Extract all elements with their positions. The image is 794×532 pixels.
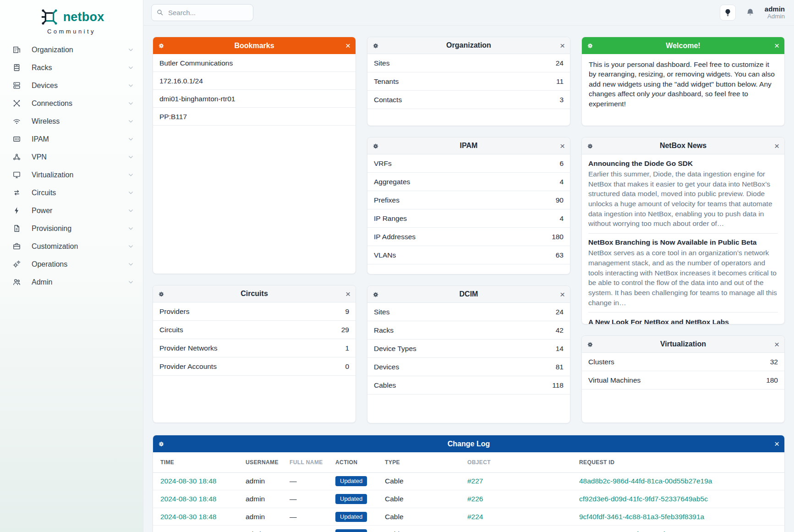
- request-id-link[interactable]: 7c3c4c3c-ccc9-47f2-9046-f09201c007c2: [579, 530, 777, 532]
- user-menu[interactable]: admin Admin: [765, 5, 785, 20]
- sidebar-item-admin[interactable]: Admin: [0, 273, 143, 291]
- sidebar-item-customization[interactable]: Customization: [0, 237, 143, 255]
- widget-close-button[interactable]: ×: [774, 137, 779, 154]
- widget-config-button[interactable]: [372, 286, 379, 303]
- stat-value[interactable]: 24: [556, 59, 564, 67]
- stat-value[interactable]: 9: [345, 307, 349, 316]
- bookmark-item[interactable]: 172.16.0.1/24: [153, 72, 356, 90]
- stat-label[interactable]: VLANs: [374, 251, 396, 259]
- widget-close-button[interactable]: ×: [774, 37, 779, 54]
- widget-close-button[interactable]: ×: [345, 37, 350, 54]
- stat-label[interactable]: Contacts: [374, 96, 402, 104]
- search-input[interactable]: [151, 4, 253, 21]
- sidebar-item-circuits[interactable]: Circuits: [0, 184, 143, 202]
- stat-label[interactable]: IP Ranges: [374, 214, 407, 223]
- widget-close-button[interactable]: ×: [560, 137, 565, 154]
- sidebar-item-racks[interactable]: Racks: [0, 59, 143, 77]
- netbox-logo-icon: [39, 6, 60, 27]
- widget-close-button[interactable]: ×: [774, 435, 779, 452]
- sidebar-item-devices[interactable]: Devices: [0, 77, 143, 94]
- change-object-link[interactable]: #227: [467, 477, 579, 485]
- widget-config-button[interactable]: [587, 37, 593, 54]
- stat-label[interactable]: Provider Accounts: [159, 362, 217, 371]
- widget-config-button[interactable]: [158, 37, 164, 54]
- stat-label[interactable]: Device Types: [374, 345, 416, 353]
- stat-value[interactable]: 29: [341, 326, 349, 334]
- sidebar-item-ipam[interactable]: IPAM: [0, 130, 143, 148]
- stat-value[interactable]: 180: [552, 233, 564, 241]
- stat-value[interactable]: 11: [556, 77, 564, 86]
- change-time-link[interactable]: 2024-08-30 18:48: [160, 477, 246, 485]
- change-time-link[interactable]: 2024-08-30 18:48: [160, 513, 246, 521]
- change-object-link[interactable]: #224: [467, 513, 579, 521]
- widget-config-button[interactable]: [158, 435, 164, 452]
- request-id-link[interactable]: 48ad8b2c-986d-44fd-81ca-00d55b27e19a: [579, 477, 777, 485]
- stat-value[interactable]: 118: [552, 381, 564, 389]
- netbox-logo[interactable]: netbox Community: [0, 5, 143, 35]
- change-object-link[interactable]: #226: [467, 495, 579, 503]
- stat-label[interactable]: Aggregates: [374, 178, 410, 186]
- stat-label[interactable]: IP Addresses: [374, 233, 416, 241]
- sidebar-item-virtualization[interactable]: Virtualization: [0, 166, 143, 184]
- stat-value[interactable]: 1: [345, 344, 349, 352]
- sidebar-item-vpn[interactable]: VPN: [0, 148, 143, 166]
- stat-label[interactable]: Providers: [159, 307, 189, 316]
- stat-label[interactable]: Racks: [374, 326, 394, 335]
- stat-value[interactable]: 6: [559, 159, 564, 168]
- change-time-link[interactable]: 2024-08-30 18:48: [160, 495, 246, 503]
- widget-config-button[interactable]: [372, 37, 379, 54]
- stat-label[interactable]: Cables: [374, 381, 396, 389]
- stat-row: IP Ranges4: [367, 209, 570, 228]
- stat-value[interactable]: 180: [766, 376, 778, 384]
- sidebar-item-connections[interactable]: Connections: [0, 94, 143, 112]
- widget-close-button[interactable]: ×: [560, 37, 565, 54]
- notifications-button[interactable]: [745, 8, 755, 17]
- widget-config-button[interactable]: [587, 336, 593, 353]
- request-id-link[interactable]: cf92d3e6-d09d-41fc-9fd7-52337649ab5c: [579, 495, 777, 503]
- news-headline[interactable]: NetBox Branching is Now Available in Pub…: [588, 238, 778, 247]
- stat-label[interactable]: Clusters: [588, 358, 614, 366]
- stat-label[interactable]: Prefixes: [374, 196, 400, 204]
- stat-label[interactable]: Tenants: [374, 77, 399, 86]
- news-headline[interactable]: A New Look For NetBox and NetBox Labs: [588, 317, 778, 324]
- sidebar-item-organization[interactable]: Organization: [0, 41, 143, 59]
- stat-label[interactable]: Sites: [374, 308, 389, 316]
- bookmark-item[interactable]: PP:B117: [153, 108, 356, 126]
- change-time-link[interactable]: 2024-08-30 18:47: [160, 530, 246, 532]
- stat-label[interactable]: Virtual Machines: [588, 376, 641, 384]
- stat-label[interactable]: Devices: [374, 363, 399, 371]
- widget-config-button[interactable]: [587, 137, 593, 154]
- sidebar-item-operations[interactable]: Operations: [0, 255, 143, 273]
- stat-value[interactable]: 42: [556, 326, 564, 335]
- request-id-link[interactable]: 9cf40fdf-3461-4c88-81a3-5feb39f8391a: [579, 513, 777, 521]
- sidebar-item-wireless[interactable]: Wireless: [0, 112, 143, 130]
- widget-close-button[interactable]: ×: [774, 336, 779, 353]
- widget-config-button[interactable]: [158, 285, 164, 302]
- stat-value[interactable]: 24: [556, 308, 564, 316]
- stat-value[interactable]: 0: [345, 362, 349, 371]
- stat-value[interactable]: 4: [559, 178, 564, 186]
- theme-toggle-button[interactable]: [720, 5, 736, 21]
- stat-value[interactable]: 32: [770, 358, 778, 366]
- widget-config-button[interactable]: [372, 137, 379, 154]
- circuits-widget: Circuits × Providers9 Circuits29 Provide…: [153, 285, 356, 423]
- stat-row: Provider Networks1: [153, 339, 356, 357]
- stat-value[interactable]: 90: [556, 196, 564, 204]
- sidebar-item-power[interactable]: Power: [0, 202, 143, 219]
- bookmark-item[interactable]: dmi01-binghamton-rtr01: [153, 90, 356, 108]
- news-headline[interactable]: Announcing the Diode Go SDK: [588, 159, 778, 168]
- stat-label[interactable]: Circuits: [159, 326, 183, 334]
- stat-value[interactable]: 14: [556, 345, 564, 353]
- widget-close-button[interactable]: ×: [560, 286, 565, 303]
- widget-close-button[interactable]: ×: [345, 285, 350, 302]
- stat-label[interactable]: VRFs: [374, 159, 392, 168]
- stat-label[interactable]: Provider Networks: [159, 344, 218, 352]
- change-object-link[interactable]: #224: [467, 530, 579, 532]
- stat-value[interactable]: 81: [556, 363, 564, 371]
- stat-value[interactable]: 3: [559, 96, 564, 104]
- bookmark-item[interactable]: Butler Communications: [153, 54, 356, 72]
- sidebar-item-provisioning[interactable]: Provisioning: [0, 219, 143, 237]
- stat-value[interactable]: 4: [559, 214, 564, 223]
- stat-value[interactable]: 63: [556, 251, 564, 259]
- stat-label[interactable]: Sites: [374, 59, 389, 67]
